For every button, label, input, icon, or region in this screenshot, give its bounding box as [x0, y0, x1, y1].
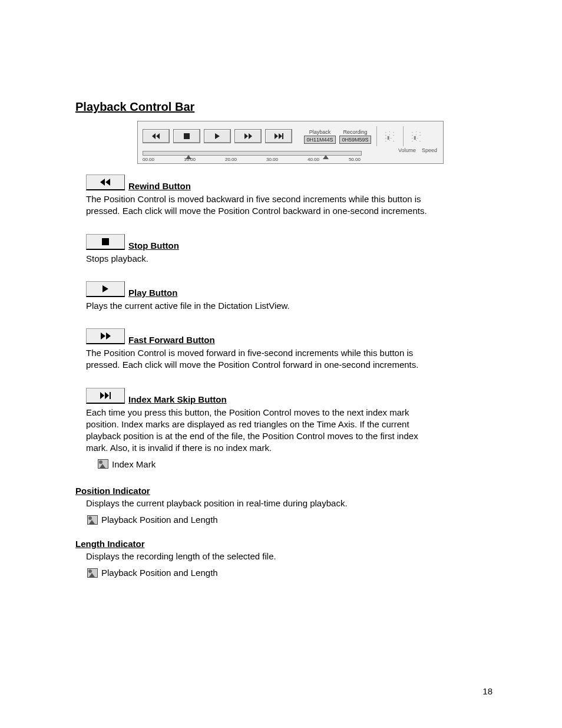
ff-body: The Position Control is moved forward in… — [86, 347, 428, 371]
svg-marker-9 — [105, 179, 110, 186]
ff-heading: Fast Forward Button — [128, 335, 215, 345]
svg-rect-11 — [102, 238, 109, 245]
svg-rect-2 — [184, 133, 190, 139]
toolbar-rewind-button[interactable] — [143, 129, 170, 143]
length-indicator-body: Displays the recording length of the sel… — [86, 551, 429, 562]
playback-toolbar-figure: Playback 0H11M44S Recording 0H59M59S - ·… — [137, 121, 444, 164]
svg-marker-4 — [244, 133, 248, 139]
playback-value: 0H11M44S — [304, 136, 336, 144]
speed-label: Speed — [421, 147, 438, 153]
skip-icon — [86, 388, 125, 404]
svg-marker-16 — [105, 392, 109, 399]
rewind-icon — [86, 174, 125, 190]
svg-marker-10 — [100, 179, 105, 186]
stop-icon — [86, 234, 125, 250]
skip-body: Each time you press this button, the Pos… — [86, 407, 428, 454]
speed-slider[interactable]: - · -- · --▮-- · - — [409, 125, 424, 147]
recording-label: Recording — [343, 129, 367, 135]
length-sub-label: Playback Position and Length — [101, 567, 218, 579]
index-mark-label: Index Mark — [112, 459, 156, 469]
page-number: 18 — [482, 686, 492, 696]
stop-heading: Stop Button — [128, 241, 179, 251]
playback-indicator: Playback 0H11M44S — [304, 129, 336, 144]
svg-marker-3 — [215, 133, 220, 139]
recording-value: 0H59M59S — [339, 136, 371, 144]
length-indicator-heading: Length Indicator — [75, 539, 429, 549]
position-indicator-body: Displays the current playback position i… — [86, 498, 429, 509]
rewind-body: The Position Control is moved backward i… — [86, 193, 428, 218]
position-sub-label: Playback Position and Length — [101, 514, 218, 526]
svg-marker-13 — [101, 332, 105, 340]
image-placeholder-icon — [98, 459, 108, 469]
svg-marker-6 — [275, 133, 278, 139]
position-slider[interactable] — [143, 151, 362, 156]
svg-marker-15 — [100, 392, 104, 399]
stop-body: Stops playback. — [86, 253, 428, 265]
toolbar-skip-button[interactable] — [265, 129, 292, 143]
svg-marker-7 — [279, 133, 282, 139]
image-placeholder-icon — [87, 568, 98, 578]
playback-label: Playback — [309, 129, 331, 135]
svg-marker-14 — [106, 332, 111, 340]
rewind-heading: Rewind Button — [128, 181, 191, 192]
image-placeholder-icon — [87, 515, 98, 525]
svg-rect-17 — [110, 392, 111, 399]
svg-marker-5 — [249, 133, 252, 139]
play-body: Plays the current active file in the Dic… — [86, 300, 428, 312]
toolbar-stop-button[interactable] — [173, 129, 200, 143]
recording-indicator: Recording 0H59M59S — [339, 129, 371, 144]
svg-marker-12 — [103, 285, 108, 292]
skip-heading: Index Mark Skip Button — [128, 394, 227, 405]
fast-forward-icon — [86, 328, 125, 344]
play-heading: Play Button — [128, 288, 177, 298]
svg-marker-1 — [152, 133, 156, 139]
toolbar-play-button[interactable] — [204, 129, 231, 143]
page-title: Playback Control Bar — [75, 100, 491, 114]
volume-label: Volume — [398, 147, 416, 153]
svg-marker-0 — [156, 133, 160, 139]
toolbar-ff-button[interactable] — [234, 129, 262, 143]
position-indicator-heading: Position Indicator — [75, 486, 429, 496]
play-icon — [86, 281, 125, 297]
svg-rect-8 — [282, 133, 283, 139]
volume-slider[interactable]: - · -- · --▮-- · - — [382, 125, 398, 147]
